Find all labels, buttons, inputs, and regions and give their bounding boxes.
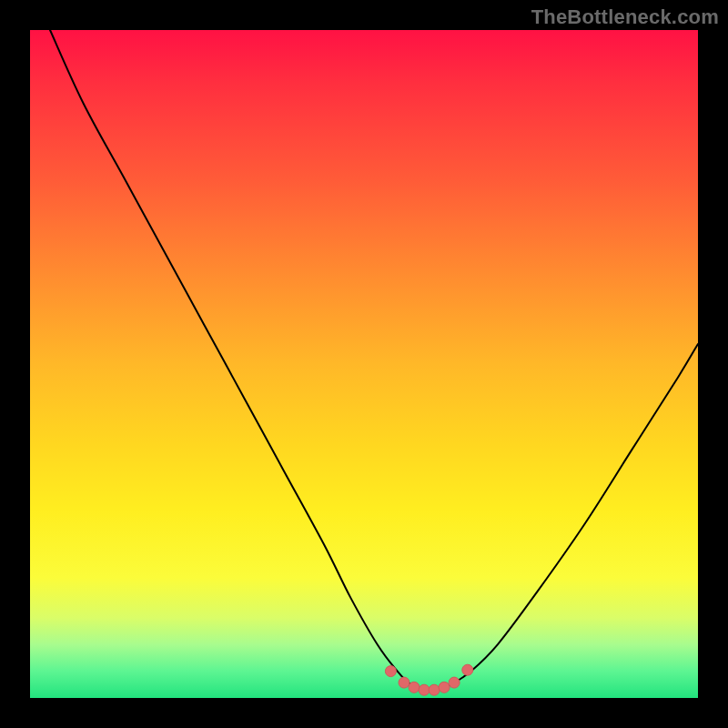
trough-marker xyxy=(462,664,473,675)
trough-marker xyxy=(399,677,410,688)
trough-marker xyxy=(385,666,396,677)
trough-marker xyxy=(439,682,450,693)
chart-svg xyxy=(30,30,698,698)
trough-marker xyxy=(449,677,460,688)
plot-area xyxy=(30,30,698,698)
bottleneck-curve xyxy=(50,30,698,691)
chart-frame: TheBottleneck.com xyxy=(0,0,728,728)
watermark-label: TheBottleneck.com xyxy=(531,5,719,29)
trough-marker xyxy=(409,682,420,693)
trough-marker xyxy=(429,684,440,695)
trough-marker xyxy=(419,684,430,695)
